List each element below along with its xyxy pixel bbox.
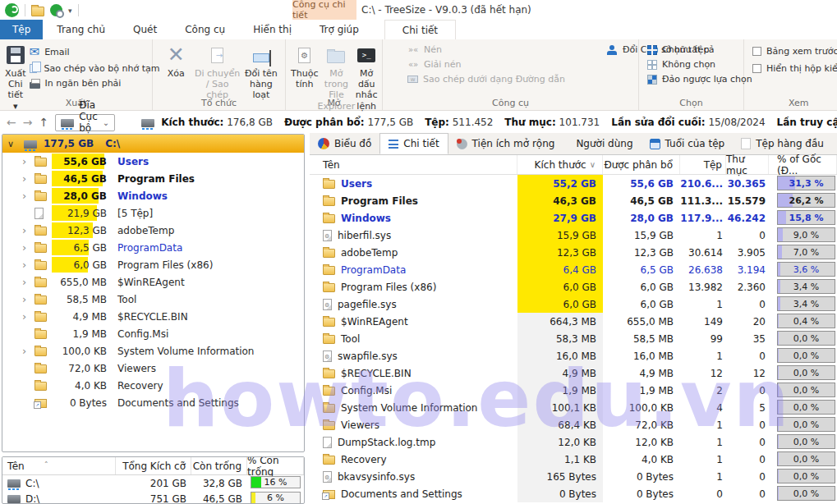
move-copy-button[interactable]: Di chuyển / Sao chép: [195, 42, 241, 101]
menu-tab[interactable]: Công cụ: [171, 20, 239, 39]
col-pct-free[interactable]: % Còn trống: [247, 457, 304, 474]
expander-icon[interactable]: ›: [22, 172, 34, 185]
expander-icon[interactable]: ›: [22, 241, 34, 254]
print-pane-button[interactable]: In ngăn bên phải: [30, 78, 160, 89]
back-button[interactable]: ←: [7, 116, 16, 129]
bulk-rename-button[interactable]: Đổi tên hàng loạt: [241, 42, 282, 101]
col-files[interactable]: Tệp: [680, 155, 726, 174]
details-tab[interactable]: Tuổi của tệp: [642, 133, 734, 154]
menu-tab[interactable]: Tệp: [0, 20, 43, 39]
item-icon: [323, 318, 335, 327]
copy-to-clipboard-button[interactable]: Sao chép vào bộ nhớ tạm: [30, 63, 160, 74]
tree-row[interactable]: › 21,9 GB [5 Tệp]: [2, 204, 304, 222]
details-tab[interactable]: Lịch sử: [832, 133, 837, 154]
copy-as-path-button[interactable]: w Sao chép dưới dạng Đường dẫn: [407, 74, 565, 85]
details-row[interactable]: Config.Msi 1,9 MB 1,9 MB 2 0 0,0 %: [310, 382, 837, 399]
details-row[interactable]: hiberfil.sys 15,9 GB 15,9 GB 1 0 9,0 %: [310, 227, 837, 244]
properties-button[interactable]: Thuộc tính: [291, 42, 318, 89]
details-tab[interactable]: Biểu đồ: [310, 133, 379, 154]
tree-row[interactable]: › 12,3 GB adobeTemp: [2, 222, 304, 239]
collapse-icon[interactable]: ∨: [7, 139, 17, 149]
col-folders[interactable]: Thư mục: [726, 155, 769, 174]
customize-toolbar-icon[interactable]: ▾: [68, 7, 72, 14]
details-row[interactable]: Documents and Settings 0 Bytes 0 Bytes 0…: [310, 485, 837, 502]
col-size[interactable]: Kích thước: [535, 159, 586, 171]
expander-icon[interactable]: ›: [22, 293, 34, 305]
menu-tab[interactable]: Trang chủ: [43, 20, 119, 39]
select-all-button[interactable]: Chọn tất cả: [647, 44, 752, 55]
expander-icon[interactable]: ›: [22, 259, 34, 271]
expander-icon[interactable]: ›: [22, 155, 34, 167]
details-row[interactable]: bkavsysinfo.sys 165 Bytes 0 Bytes 1 0 0,…: [310, 468, 837, 485]
details-row[interactable]: swapfile.sys 16,0 MB 16,0 MB 1 0 0,0 %: [310, 347, 837, 364]
invert-selection-button[interactable]: Đảo ngược lựa chọn: [647, 74, 752, 85]
tree-row[interactable]: › 1,9 MB Config.Msi: [2, 325, 304, 342]
tree-row[interactable]: › 6,5 GB ProgramData: [2, 239, 304, 256]
expander-icon[interactable]: ›: [22, 345, 34, 357]
menu-tab[interactable]: Trợ giúp: [306, 20, 373, 39]
select-none-button[interactable]: Không chọn: [647, 59, 752, 70]
up-button[interactable]: ↑: [39, 116, 48, 129]
details-row[interactable]: $RECYCLE.BIN 4,9 MB 4,9 MB 12 12 0,0 %: [310, 364, 837, 382]
expander-icon[interactable]: ›: [22, 224, 34, 236]
details-row[interactable]: ProgramData 6,4 GB 6,5 GB 26.638 3.194 3…: [310, 261, 837, 278]
tree-row[interactable]: › 0 Bytes Documents and Settings: [2, 394, 304, 411]
tree-row[interactable]: › 55,6 GB Users: [2, 153, 304, 170]
details-tab[interactable]: Người dùng: [563, 133, 641, 154]
checkbox-icon[interactable]: [752, 64, 761, 73]
details-row[interactable]: Users 55,2 GB 55,6 GB 210.6... 30.365 31…: [310, 175, 837, 192]
expander-icon[interactable]: ›: [22, 190, 34, 202]
details-row[interactable]: Windows 27,9 GB 28,0 GB 117.9... 46.242 …: [310, 209, 837, 227]
col-name[interactable]: Tên: [7, 460, 25, 472]
details-row[interactable]: pagefile.sys 6,0 GB 6,0 GB 1 0 3,4 %: [310, 296, 837, 313]
details-row[interactable]: System Volume Information 100,1 KB 100,0…: [310, 399, 837, 416]
scan-icon[interactable]: [50, 4, 62, 16]
forward-button[interactable]: →: [23, 116, 33, 129]
details-row[interactable]: Recovery 1,1 KB 4,0 KB 1 0 0,0 %: [310, 451, 837, 468]
item-name: Windows: [117, 190, 168, 202]
tree-row[interactable]: › 100,0 KB System Volume Information: [2, 342, 304, 360]
drive-row[interactable]: C:\ 201 GB 32,8 GB 16 %: [2, 475, 304, 491]
expander-icon[interactable]: ›: [22, 276, 34, 288]
compress-button[interactable]: »« Nén: [407, 44, 565, 55]
tree-row[interactable]: › 4,0 KB Recovery: [2, 377, 304, 394]
details-row[interactable]: $WinREAgent 664,3 MB 655,0 MB 149 20 0,4…: [310, 313, 837, 330]
menu-tab[interactable]: Quét: [119, 20, 171, 39]
delete-button[interactable]: ✕ Xóa: [158, 42, 195, 79]
col-allocated[interactable]: Được phân bổ: [603, 155, 680, 174]
expander-icon[interactable]: ›: [22, 310, 34, 323]
drive-row[interactable]: D:\ 751 GB 46,5 GB 6 %: [2, 491, 304, 504]
tree-row[interactable]: › 4,9 MB $RECYCLE.BIN: [2, 308, 304, 325]
email-button[interactable]: ✉ Email: [30, 44, 160, 59]
col-total[interactable]: Tổng Kích cỡ: [116, 457, 191, 474]
tree-row[interactable]: › 58,5 MB Tool: [2, 291, 304, 308]
col-name[interactable]: Tên: [310, 155, 517, 174]
tree-row[interactable]: › 46,5 GB Program Files: [2, 170, 304, 187]
open-folder-icon[interactable]: [31, 7, 44, 16]
menu-tab-bar: Tệp Trang chủ Quét Công cụ Hiển thị Trợ …: [0, 20, 837, 39]
tree-root-row[interactable]: ∨ 177,5 GB C:\: [2, 135, 304, 153]
details-row[interactable]: DumpStack.log.tmp 12,0 KB 12,0 KB 1 0 0,…: [310, 433, 837, 451]
details-tab[interactable]: Tệp hàng đầu: [733, 133, 832, 154]
details-tab[interactable]: Chi tiết: [379, 133, 448, 154]
menu-tab[interactable]: Chi tiết: [384, 20, 456, 39]
tree-row[interactable]: › 655,0 MB $WinREAgent: [2, 273, 304, 291]
col-percent-of-parent[interactable]: % of Gốc (Đ...: [769, 155, 837, 174]
col-free[interactable]: Còn trống: [191, 457, 247, 474]
preview-pane-checkbox[interactable]: Bảng xem trước: [752, 46, 837, 57]
checkbox-icon[interactable]: [752, 47, 761, 56]
tree-row[interactable]: › 72,0 KB Viewers: [2, 360, 304, 377]
tree-row[interactable]: › 6,0 GB Program Files (x86): [2, 256, 304, 273]
details-row[interactable]: Program Files (x86) 6,0 GB 6,0 GB 13.982…: [310, 278, 837, 296]
details-row[interactable]: Program Files 46,3 GB 46,5 GB 111.3... 1…: [310, 192, 837, 209]
show-checkboxes-checkbox[interactable]: Hiển thị hộp kiểm: [752, 63, 837, 74]
details-row[interactable]: adobeTemp 12,3 GB 12,3 GB 30.614 3.905 7…: [310, 244, 837, 261]
details-row[interactable]: Viewers 68,4 KB 72,0 KB 1 0 0,0 %: [310, 416, 837, 433]
tree-row[interactable]: › 28,0 GB Windows: [2, 187, 304, 204]
drive-selector[interactable]: Đĩa Cục bộ (C:) ⌄: [55, 114, 115, 131]
extract-button[interactable]: «» Giải nén: [407, 59, 565, 70]
details-row[interactable]: Tool 58,3 MB 58,5 MB 99 35 0,0 %: [310, 330, 837, 347]
item-name: Recovery: [117, 380, 163, 392]
details-tab[interactable]: Tiện ích mở rộng: [448, 133, 563, 154]
menu-tab[interactable]: Hiển thị: [239, 20, 306, 39]
